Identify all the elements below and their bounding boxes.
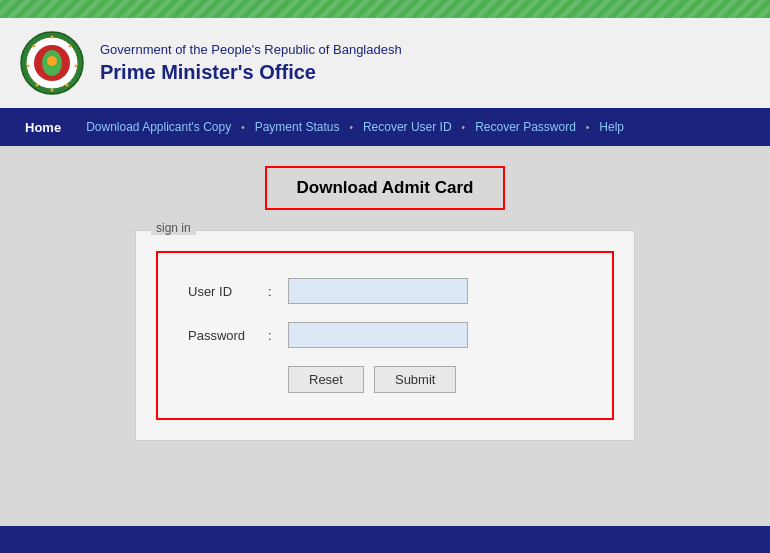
password-label: Password — [188, 328, 268, 343]
svg-point-11 — [27, 64, 30, 67]
svg-point-6 — [69, 44, 72, 47]
header-subtitle: Government of the People's Republic of B… — [100, 42, 402, 57]
page-title-box: Download Admit Card — [265, 166, 506, 210]
svg-point-4 — [47, 56, 57, 66]
reset-button[interactable]: Reset — [288, 366, 364, 393]
svg-point-5 — [51, 35, 54, 38]
svg-point-7 — [75, 64, 78, 67]
password-row: Password : — [188, 322, 582, 348]
userid-row: User ID : — [188, 278, 582, 304]
userid-input[interactable] — [288, 278, 468, 304]
nav-link-help[interactable]: Help — [589, 120, 634, 134]
page-title-wrapper: Download Admit Card — [20, 166, 750, 210]
header-title: Prime Minister's Office — [100, 61, 402, 84]
password-input[interactable] — [288, 322, 468, 348]
submit-button[interactable]: Submit — [374, 366, 456, 393]
userid-label: User ID — [188, 284, 268, 299]
svg-point-12 — [33, 44, 36, 47]
header-text: Government of the People's Republic of B… — [100, 42, 402, 84]
nav-link-download-applicants[interactable]: Download Applicant's Copy — [76, 120, 241, 134]
header: Government of the People's Republic of B… — [0, 18, 770, 108]
government-logo — [20, 31, 85, 96]
svg-point-10 — [36, 83, 39, 86]
button-row: Reset Submit — [288, 366, 582, 393]
signin-section: sign in User ID : Password : Reset Submi… — [135, 230, 635, 441]
signin-legend: sign in — [151, 221, 196, 235]
top-stripe — [0, 0, 770, 18]
navbar: Home Download Applicant's Copy • Payment… — [0, 108, 770, 146]
nav-link-recover-userid[interactable]: Recover User ID — [353, 120, 462, 134]
password-colon: : — [268, 328, 288, 343]
nav-link-payment-status[interactable]: Payment Status — [245, 120, 350, 134]
page-title: Download Admit Card — [297, 178, 474, 197]
form-box: User ID : Password : Reset Submit — [156, 251, 614, 420]
svg-point-8 — [66, 83, 69, 86]
nav-home[interactable]: Home — [10, 120, 76, 135]
bottom-stripe — [0, 526, 770, 553]
main-content: Download Admit Card sign in User ID : Pa… — [0, 146, 770, 526]
svg-point-9 — [51, 88, 54, 91]
userid-colon: : — [268, 284, 288, 299]
nav-link-recover-password[interactable]: Recover Password — [465, 120, 586, 134]
